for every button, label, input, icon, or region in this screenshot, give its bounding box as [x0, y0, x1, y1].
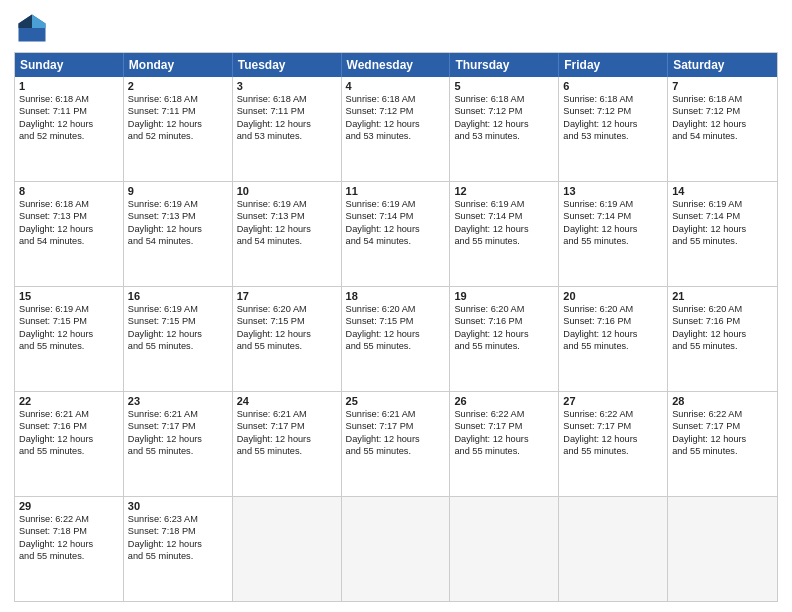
cell-line: Sunrise: 6:19 AM: [128, 198, 228, 210]
cell-line: Sunrise: 6:19 AM: [19, 303, 119, 315]
cell-line: and 55 minutes.: [346, 445, 446, 457]
calendar-cell: 2Sunrise: 6:18 AMSunset: 7:11 PMDaylight…: [124, 77, 233, 181]
day-number: 27: [563, 395, 663, 407]
cell-line: Daylight: 12 hours: [672, 118, 773, 130]
calendar-cell: 16Sunrise: 6:19 AMSunset: 7:15 PMDayligh…: [124, 287, 233, 391]
cell-line: Sunset: 7:12 PM: [672, 105, 773, 117]
calendar-cell: 11Sunrise: 6:19 AMSunset: 7:14 PMDayligh…: [342, 182, 451, 286]
calendar-cell: 19Sunrise: 6:20 AMSunset: 7:16 PMDayligh…: [450, 287, 559, 391]
calendar-cell: [559, 497, 668, 601]
cell-line: Daylight: 12 hours: [346, 118, 446, 130]
calendar-cell: [450, 497, 559, 601]
calendar-cell: [668, 497, 777, 601]
cell-line: and 55 minutes.: [672, 235, 773, 247]
cell-line: Sunset: 7:14 PM: [346, 210, 446, 222]
cell-line: Daylight: 12 hours: [454, 328, 554, 340]
cell-line: Daylight: 12 hours: [237, 223, 337, 235]
cell-line: Sunrise: 6:21 AM: [128, 408, 228, 420]
cell-line: Sunrise: 6:19 AM: [237, 198, 337, 210]
calendar-cell: 29Sunrise: 6:22 AMSunset: 7:18 PMDayligh…: [15, 497, 124, 601]
cell-line: Sunrise: 6:18 AM: [454, 93, 554, 105]
cell-line: Sunrise: 6:21 AM: [237, 408, 337, 420]
cell-line: Sunset: 7:17 PM: [454, 420, 554, 432]
cell-line: and 55 minutes.: [672, 445, 773, 457]
calendar-cell: 1Sunrise: 6:18 AMSunset: 7:11 PMDaylight…: [15, 77, 124, 181]
cell-line: Sunset: 7:16 PM: [19, 420, 119, 432]
cell-line: Sunset: 7:18 PM: [19, 525, 119, 537]
day-number: 20: [563, 290, 663, 302]
cell-line: and 55 minutes.: [237, 340, 337, 352]
cell-line: Sunset: 7:12 PM: [563, 105, 663, 117]
cell-line: Sunrise: 6:20 AM: [563, 303, 663, 315]
cell-line: Daylight: 12 hours: [237, 118, 337, 130]
cell-line: Sunset: 7:13 PM: [19, 210, 119, 222]
calendar-cell: 6Sunrise: 6:18 AMSunset: 7:12 PMDaylight…: [559, 77, 668, 181]
cell-line: and 55 minutes.: [563, 340, 663, 352]
cell-line: and 54 minutes.: [237, 235, 337, 247]
calendar-cell: 27Sunrise: 6:22 AMSunset: 7:17 PMDayligh…: [559, 392, 668, 496]
day-number: 22: [19, 395, 119, 407]
header-saturday: Saturday: [668, 53, 777, 77]
cell-line: Sunrise: 6:20 AM: [237, 303, 337, 315]
day-number: 8: [19, 185, 119, 197]
cell-line: Daylight: 12 hours: [128, 223, 228, 235]
calendar-row-0: 1Sunrise: 6:18 AMSunset: 7:11 PMDaylight…: [15, 77, 777, 181]
cell-line: Daylight: 12 hours: [237, 328, 337, 340]
cell-line: and 54 minutes.: [128, 235, 228, 247]
cell-line: Daylight: 12 hours: [128, 118, 228, 130]
calendar-row-3: 22Sunrise: 6:21 AMSunset: 7:16 PMDayligh…: [15, 391, 777, 496]
cell-line: and 55 minutes.: [454, 235, 554, 247]
calendar-cell: 20Sunrise: 6:20 AMSunset: 7:16 PMDayligh…: [559, 287, 668, 391]
cell-line: Sunset: 7:15 PM: [19, 315, 119, 327]
cell-line: Sunset: 7:17 PM: [346, 420, 446, 432]
cell-line: and 52 minutes.: [128, 130, 228, 142]
cell-line: Daylight: 12 hours: [346, 328, 446, 340]
calendar-cell: 14Sunrise: 6:19 AMSunset: 7:14 PMDayligh…: [668, 182, 777, 286]
calendar-cell: 3Sunrise: 6:18 AMSunset: 7:11 PMDaylight…: [233, 77, 342, 181]
day-number: 23: [128, 395, 228, 407]
cell-line: Sunset: 7:16 PM: [454, 315, 554, 327]
logo: [14, 10, 54, 46]
cell-line: Daylight: 12 hours: [454, 118, 554, 130]
cell-line: Daylight: 12 hours: [19, 118, 119, 130]
day-number: 16: [128, 290, 228, 302]
day-number: 1: [19, 80, 119, 92]
calendar-cell: 5Sunrise: 6:18 AMSunset: 7:12 PMDaylight…: [450, 77, 559, 181]
cell-line: Sunset: 7:13 PM: [237, 210, 337, 222]
day-number: 6: [563, 80, 663, 92]
cell-line: Sunrise: 6:18 AM: [19, 93, 119, 105]
cell-line: Sunset: 7:14 PM: [454, 210, 554, 222]
cell-line: Sunset: 7:18 PM: [128, 525, 228, 537]
cell-line: Sunset: 7:16 PM: [672, 315, 773, 327]
cell-line: Sunrise: 6:19 AM: [454, 198, 554, 210]
day-number: 24: [237, 395, 337, 407]
cell-line: Daylight: 12 hours: [672, 328, 773, 340]
cell-line: Sunrise: 6:20 AM: [672, 303, 773, 315]
cell-line: and 55 minutes.: [128, 550, 228, 562]
cell-line: Sunset: 7:17 PM: [237, 420, 337, 432]
day-number: 21: [672, 290, 773, 302]
day-number: 3: [237, 80, 337, 92]
cell-line: Sunrise: 6:20 AM: [346, 303, 446, 315]
calendar-cell: 21Sunrise: 6:20 AMSunset: 7:16 PMDayligh…: [668, 287, 777, 391]
logo-icon: [14, 10, 50, 46]
header-sunday: Sunday: [15, 53, 124, 77]
header-friday: Friday: [559, 53, 668, 77]
cell-line: and 53 minutes.: [346, 130, 446, 142]
cell-line: Sunrise: 6:19 AM: [563, 198, 663, 210]
cell-line: Daylight: 12 hours: [128, 538, 228, 550]
cell-line: Sunset: 7:14 PM: [672, 210, 773, 222]
header-monday: Monday: [124, 53, 233, 77]
cell-line: Sunrise: 6:20 AM: [454, 303, 554, 315]
cell-line: Sunrise: 6:19 AM: [128, 303, 228, 315]
cell-line: Sunset: 7:17 PM: [563, 420, 663, 432]
calendar-cell: 17Sunrise: 6:20 AMSunset: 7:15 PMDayligh…: [233, 287, 342, 391]
day-number: 30: [128, 500, 228, 512]
cell-line: and 55 minutes.: [563, 235, 663, 247]
day-number: 15: [19, 290, 119, 302]
calendar-cell: 15Sunrise: 6:19 AMSunset: 7:15 PMDayligh…: [15, 287, 124, 391]
cell-line: Sunrise: 6:22 AM: [563, 408, 663, 420]
cell-line: Sunset: 7:14 PM: [563, 210, 663, 222]
cell-line: Sunrise: 6:18 AM: [346, 93, 446, 105]
day-number: 13: [563, 185, 663, 197]
